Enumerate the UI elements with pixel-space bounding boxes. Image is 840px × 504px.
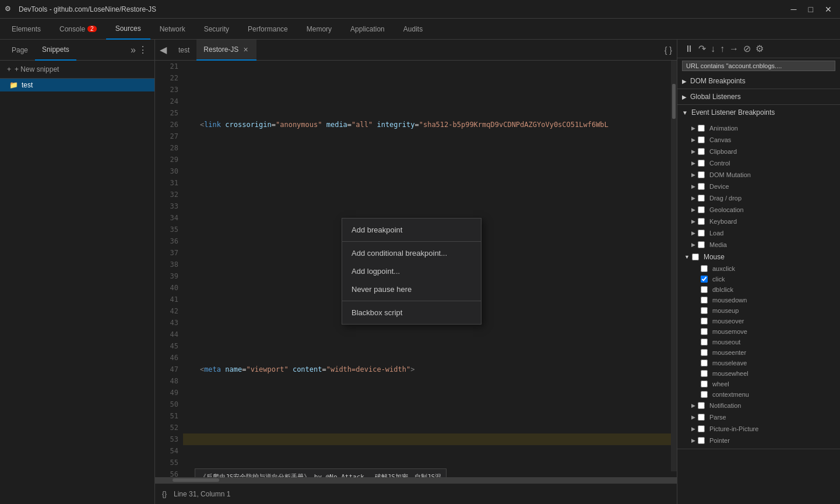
code-tab-close-button[interactable]: × xyxy=(242,45,249,54)
mouse-item-mousewheel[interactable]: mousewheel xyxy=(696,368,840,379)
context-menu-add-logpoint[interactable]: Add logpoint... xyxy=(342,262,481,280)
pause-button[interactable]: ⏸ xyxy=(682,43,696,55)
event-picture-in-picture[interactable]: ▶ Picture-in-Picture xyxy=(677,423,840,435)
code-tab-nav-back[interactable]: ◀ xyxy=(155,40,171,61)
mousewheel-checkbox[interactable] xyxy=(701,370,708,377)
step-button[interactable]: → xyxy=(727,43,741,55)
dom-breakpoints-header[interactable]: ▶ DOM Breakpoints xyxy=(677,73,840,89)
deactivate-breakpoints-button[interactable]: ⊘ xyxy=(741,42,753,55)
mouseout-checkbox[interactable] xyxy=(701,339,708,346)
mouse-item-click[interactable]: click xyxy=(696,274,840,284)
url-filter-input[interactable] xyxy=(682,61,835,71)
settings-button[interactable]: ⚙ xyxy=(753,42,766,55)
pip-checkbox[interactable] xyxy=(698,425,705,432)
mouseover-checkbox[interactable] xyxy=(701,318,708,325)
auxclick-checkbox[interactable] xyxy=(701,265,708,272)
horizontal-scrollbar[interactable] xyxy=(155,477,677,483)
sidebar-tab-snippets[interactable]: Snippets xyxy=(35,40,76,61)
mouse-item-dblclick[interactable]: dblclick xyxy=(696,284,840,295)
contextmenu-checkbox[interactable] xyxy=(701,391,708,398)
step-over-button[interactable]: ↷ xyxy=(696,42,708,55)
minimize-button[interactable]: ─ xyxy=(788,3,800,15)
tab-application[interactable]: Application xyxy=(341,19,394,40)
tab-memory[interactable]: Memory xyxy=(297,19,341,40)
mouseleave-checkbox[interactable] xyxy=(701,360,708,366)
mousemove-checkbox[interactable] xyxy=(701,328,708,335)
mouse-item-mousedown[interactable]: mousedown xyxy=(696,295,840,305)
event-device[interactable]: ▶ Device xyxy=(677,181,840,192)
pointer-checkbox[interactable] xyxy=(698,437,705,444)
mouseup-checkbox[interactable] xyxy=(701,307,708,314)
code-format-button[interactable]: { } xyxy=(660,43,677,57)
event-canvas[interactable]: ▶ Canvas xyxy=(677,134,840,146)
code-editor[interactable]: 2122232425 2627282930 3132333435 3637383… xyxy=(155,61,677,477)
load-checkbox[interactable] xyxy=(698,230,705,237)
mouse-item-mouseup[interactable]: mouseup xyxy=(696,305,840,316)
mousedown-checkbox[interactable] xyxy=(701,297,708,304)
global-listeners-header[interactable]: ▶ Global Listeners xyxy=(677,89,840,104)
event-listener-breakpoints-header[interactable]: ▼ Event Listener Breakpoints xyxy=(677,105,840,120)
event-notification[interactable]: ▶ Notification xyxy=(677,400,840,411)
mouse-item-auxclick[interactable]: auxclick xyxy=(696,263,840,274)
event-dom-mutation[interactable]: ▶ DOM Mutation xyxy=(677,169,840,181)
drag-drop-checkbox[interactable] xyxy=(698,195,705,202)
mouse-item-mousemove[interactable]: mousemove xyxy=(696,326,840,337)
dom-mutation-checkbox[interactable] xyxy=(698,171,705,178)
tab-console[interactable]: Console 2 xyxy=(50,19,106,40)
event-drag-drop[interactable]: ▶ Drag / drop xyxy=(677,192,840,204)
device-checkbox[interactable] xyxy=(698,183,705,190)
new-snippet-button[interactable]: + + New snippet xyxy=(0,61,154,79)
dblclick-checkbox[interactable] xyxy=(701,286,708,293)
click-checkbox[interactable] xyxy=(701,276,708,283)
wheel-checkbox[interactable] xyxy=(701,380,708,387)
context-menu-add-conditional[interactable]: Add conditional breakpoint... xyxy=(342,244,481,262)
tab-network[interactable]: Network xyxy=(150,19,195,40)
event-animation[interactable]: ▶ Animation xyxy=(677,122,840,134)
tab-sources[interactable]: Sources xyxy=(106,19,150,40)
context-menu-blackbox[interactable]: Blackbox script xyxy=(342,304,481,322)
clipboard-checkbox[interactable] xyxy=(698,148,705,155)
step-out-button[interactable]: ↑ xyxy=(718,43,727,55)
mouse-item-mouseover[interactable]: mouseover xyxy=(696,316,840,326)
step-into-button[interactable]: ↓ xyxy=(708,43,718,55)
close-button[interactable]: ✕ xyxy=(821,3,835,15)
mouse-checkbox[interactable] xyxy=(692,253,699,260)
event-geolocation[interactable]: ▶ Geolocation xyxy=(677,204,840,216)
code-tab-restore-js[interactable]: Restore-JS × xyxy=(196,40,256,61)
parse-checkbox[interactable] xyxy=(698,414,705,421)
scrollbar-thumb[interactable] xyxy=(173,478,219,482)
sidebar-tab-page[interactable]: Page xyxy=(5,40,35,61)
animation-checkbox[interactable] xyxy=(698,125,705,132)
vertical-scrollbar[interactable] xyxy=(671,61,677,471)
tab-security[interactable]: Security xyxy=(195,19,238,40)
event-parse[interactable]: ▶ Parse xyxy=(677,411,840,423)
mouse-item-wheel[interactable]: wheel xyxy=(696,379,840,389)
event-media[interactable]: ▶ Media xyxy=(677,239,840,251)
mouse-item-contextmenu[interactable]: contextmenu xyxy=(696,389,840,400)
control-checkbox[interactable] xyxy=(698,160,705,167)
tab-elements[interactable]: Elements xyxy=(2,19,50,40)
geolocation-checkbox[interactable] xyxy=(698,206,705,213)
canvas-checkbox[interactable] xyxy=(698,136,705,143)
event-load[interactable]: ▶ Load xyxy=(677,227,840,239)
maximize-button[interactable]: □ xyxy=(805,3,817,15)
keyboard-checkbox[interactable] xyxy=(698,218,705,225)
notification-checkbox[interactable] xyxy=(698,402,705,409)
mouse-item-mouseleave[interactable]: mouseleave xyxy=(696,358,840,368)
mouse-header[interactable]: ▼ Mouse xyxy=(677,251,840,263)
event-keyboard[interactable]: ▶ Keyboard xyxy=(677,216,840,227)
sidebar-options-button[interactable]: ⋮ xyxy=(136,42,150,58)
context-menu-add-breakpoint[interactable]: Add breakpoint xyxy=(342,221,481,239)
sidebar-tab-more[interactable]: » xyxy=(131,45,136,55)
tab-audits[interactable]: Audits xyxy=(394,19,432,40)
context-menu-never-pause[interactable]: Never pause here xyxy=(342,280,481,298)
event-clipboard[interactable]: ▶ Clipboard xyxy=(677,146,840,157)
file-item-test[interactable]: 📁 test xyxy=(0,79,154,91)
code-tab-test[interactable]: test xyxy=(171,40,196,61)
media-checkbox[interactable] xyxy=(698,241,705,248)
mouse-item-mouseenter[interactable]: mouseenter xyxy=(696,347,840,358)
mouseenter-checkbox[interactable] xyxy=(701,349,708,356)
mouse-item-mouseout[interactable]: mouseout xyxy=(696,337,840,347)
tab-performance[interactable]: Performance xyxy=(238,19,297,40)
event-control[interactable]: ▶ Control xyxy=(677,157,840,169)
